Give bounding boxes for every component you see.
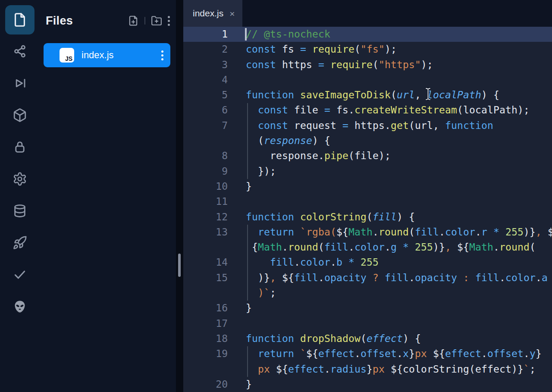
code-text: px ${effect.radius}px ${colorString(effe… [246, 362, 552, 377]
code-line[interactable]: 7 const request = https.get(url, functio… [183, 118, 552, 133]
code-text [246, 194, 552, 209]
tool-rail [0, 0, 40, 392]
code-line[interactable]: 20} [183, 377, 552, 392]
code-text: fill.color.b * 255 [246, 255, 552, 270]
code-line[interactable]: 13 return `rgba(${Math.round(fill.color.… [183, 225, 552, 240]
settings-gear-icon[interactable] [13, 172, 27, 186]
line-number: 4 [183, 72, 246, 88]
code-line[interactable]: 3const https = require("https"); [183, 57, 552, 72]
checks-icon[interactable] [13, 267, 27, 282]
code-line[interactable]: 19 return `${effect.offset.x}px ${effect… [183, 346, 552, 361]
code-text: function colorString(fill) { [246, 210, 552, 225]
line-number: 20 [183, 377, 246, 392]
line-number: 14 [183, 255, 246, 270]
add-folder-icon[interactable] [151, 15, 162, 26]
code-text: } [246, 301, 552, 316]
js-file-badge: JS [60, 48, 74, 63]
line-number: 8 [183, 148, 246, 163]
line-number: 13 [183, 225, 246, 240]
line-number [183, 240, 246, 255]
code-text: response.pipe(file); [246, 148, 552, 163]
code-text: )`; [246, 285, 552, 301]
indent-guide [247, 346, 248, 377]
file-icon [12, 12, 28, 28]
code-line[interactable]: 9 }); [183, 164, 552, 179]
line-number: 11 [183, 194, 246, 209]
version-control-icon[interactable] [13, 44, 27, 59]
database-icon[interactable] [13, 204, 27, 218]
code-text: return `${effect.offset.x}px ${effect.of… [246, 346, 552, 361]
code-line[interactable]: {Math.round(fill.color.g * 255)}, ${Math… [183, 240, 552, 255]
panel-resize-divider[interactable] [176, 0, 183, 392]
code-text: return `rgba(${Math.round(fill.color.r *… [246, 225, 552, 240]
line-number: 19 [183, 346, 246, 361]
line-number: 18 [183, 331, 246, 346]
editor: index.js × 1// @ts-nocheck2const fs = re… [183, 0, 552, 392]
file-row-menu-icon[interactable] [161, 50, 163, 60]
code-text: const file = fs.createWriteStream(localP… [246, 103, 552, 118]
tab-label: index.js [193, 8, 223, 19]
deploy-rocket-icon[interactable] [13, 235, 27, 250]
indent-guide [247, 225, 248, 301]
code-line[interactable]: 10} [183, 179, 552, 194]
code-line[interactable]: 12function colorString(fill) { [183, 210, 552, 225]
secrets-lock-icon[interactable] [13, 140, 27, 154]
code-text: )}, ${fill.opacity ? fill.opacity : fill… [246, 270, 552, 285]
code-text: const fs = require("fs"); [246, 42, 552, 57]
code-line[interactable]: 8 response.pipe(file); [183, 148, 552, 163]
tab-bar: index.js × [183, 0, 552, 27]
header-divider [144, 17, 145, 25]
code-line[interactable]: 1// @ts-nocheck [183, 27, 552, 42]
code-text: // @ts-nocheck [246, 27, 552, 42]
line-number: 15 [183, 270, 246, 285]
line-number: 3 [183, 57, 246, 72]
code-line[interactable]: 2const fs = require("fs"); [183, 42, 552, 57]
tab-close-icon[interactable]: × [229, 9, 235, 18]
line-number: 9 [183, 164, 246, 179]
code-line[interactable]: 14 fill.color.b * 255 [183, 255, 552, 270]
add-file-icon[interactable] [128, 15, 139, 26]
files-panel: Files JS index.js [40, 0, 176, 392]
sidebar-item-files[interactable] [5, 5, 34, 34]
code-text: (response) { [246, 133, 552, 148]
line-number: 6 [183, 103, 246, 118]
extensions-alien-icon[interactable] [13, 299, 27, 314]
code-area[interactable]: 1// @ts-nocheck2const fs = require("fs")… [183, 27, 552, 392]
tab-indexjs[interactable]: index.js × [183, 0, 242, 27]
code-line[interactable]: 4 [183, 72, 552, 88]
files-menu-icon[interactable] [168, 16, 170, 26]
code-text: } [246, 377, 552, 392]
code-line[interactable]: )`; [183, 285, 552, 301]
code-line[interactable]: 6 const file = fs.createWriteStream(loca… [183, 103, 552, 118]
line-number [183, 133, 246, 148]
workflows-run-icon[interactable] [13, 76, 27, 91]
indent-guide [247, 103, 248, 179]
packages-icon[interactable] [13, 108, 27, 122]
code-text: {Math.round(fill.color.g * 255)}, ${Math… [246, 240, 552, 255]
code-line[interactable]: px ${effect.radius}px ${colorString(effe… [183, 362, 552, 377]
line-number: 5 [183, 88, 246, 103]
line-number: 16 [183, 301, 246, 316]
line-number [183, 285, 246, 301]
code-line[interactable]: 16} [183, 301, 552, 316]
code-text: } [246, 179, 552, 194]
line-number: 17 [183, 316, 246, 331]
code-text: const request = https.get(url, function [246, 118, 552, 133]
ibeam-cursor [425, 87, 432, 101]
line-number: 7 [183, 118, 246, 133]
file-row-indexjs[interactable]: JS index.js [44, 43, 170, 67]
code-text: function dropShadow(effect) { [246, 331, 552, 346]
code-line[interactable]: 18function dropShadow(effect) { [183, 331, 552, 346]
line-number [183, 362, 246, 377]
code-text: const https = require("https"); [246, 57, 552, 72]
code-text: function saveImageToDisk(url, localPath)… [246, 88, 552, 103]
code-text [246, 72, 552, 88]
code-line[interactable]: 15 )}, ${fill.opacity ? fill.opacity : f… [183, 270, 552, 285]
code-line[interactable]: 17 [183, 316, 552, 331]
code-line[interactable]: (response) { [183, 133, 552, 148]
code-line[interactable]: 5function saveImageToDisk(url, localPath… [183, 88, 552, 103]
code-text [246, 316, 552, 331]
code-line[interactable]: 11 [183, 194, 552, 209]
files-panel-title: Files [46, 14, 73, 28]
panel-resize-handle[interactable] [178, 254, 181, 277]
